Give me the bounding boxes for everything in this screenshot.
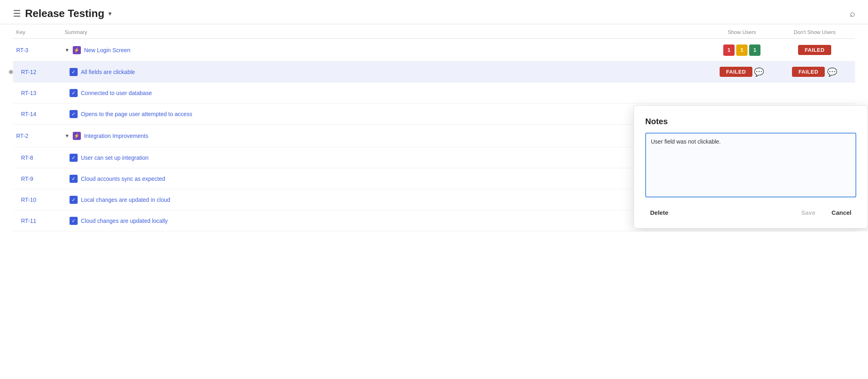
checkbox-icon: ✓ — [70, 154, 78, 162]
header-title: ☰ Release Testing ▾ — [13, 7, 112, 20]
row-summary-rt12: ✓ All fields are clickable — [61, 68, 710, 76]
checkbox-icon: ✓ — [70, 110, 78, 118]
checkbox-icon: ✓ — [70, 89, 78, 97]
summary-text[interactable]: New Login Screen — [84, 47, 130, 53]
expand-icon[interactable]: ▼ — [65, 47, 70, 53]
row-key-rt10[interactable]: RT-10 — [13, 197, 61, 203]
expand-icon[interactable]: ▼ — [65, 133, 70, 139]
page-title: Release Testing — [25, 7, 104, 20]
failed-button-rt3[interactable]: FAILED — [798, 45, 831, 55]
summary-text[interactable]: User can set up integration — [81, 155, 148, 161]
summary-text[interactable]: Cloud changes are updated locally — [81, 218, 168, 224]
checkbox-icon: ✓ — [70, 217, 78, 225]
table-row: RT-13 ✓ Connected to user database — [13, 83, 855, 104]
table-row: RT-12 ✓ All fields are clickable FAILED … — [13, 61, 855, 83]
dont-show-users-rt12: FAILED 💬 — [774, 67, 855, 77]
row-dot — [9, 70, 13, 74]
summary-text[interactable]: Local changes are updated in cloud — [81, 197, 170, 203]
row-summary-rt11: ✓ Cloud changes are updated locally — [61, 217, 710, 225]
row-key-rt2[interactable]: RT-2 — [13, 133, 61, 139]
col-key: Key — [13, 29, 61, 35]
story-icon: ⚡ — [73, 46, 81, 54]
dont-show-users-rt3: FAILED — [774, 45, 855, 55]
badge-passed[interactable]: 1 — [749, 44, 760, 56]
col-summary: Summary — [61, 29, 710, 35]
row-summary-rt9: ✓ Cloud accounts sync as expected — [61, 175, 710, 183]
show-users-badges-rt3: 1 1 1 — [710, 44, 774, 56]
row-key-rt14[interactable]: RT-14 — [13, 111, 61, 117]
search-icon[interactable]: ⌕ — [850, 8, 855, 19]
notes-title: Notes — [645, 117, 856, 126]
notes-actions-right: Save Cancel — [796, 207, 856, 218]
badge-warning[interactable]: 1 — [736, 44, 748, 56]
checkbox-icon: ✓ — [70, 175, 78, 183]
row-summary-rt14: ✓ Opens to the page user attempted to ac… — [61, 110, 710, 118]
row-summary-rt8: ✓ User can set up integration — [61, 154, 710, 162]
summary-text[interactable]: Integration Improvements — [84, 133, 148, 139]
summary-text[interactable]: Cloud accounts sync as expected — [81, 176, 165, 182]
checkbox-icon: ✓ — [70, 196, 78, 204]
summary-text[interactable]: All fields are clickable — [81, 69, 135, 75]
notes-textarea[interactable]: User field was not clickable. — [645, 133, 856, 197]
list-icon: ☰ — [13, 8, 21, 19]
column-headers: Key Summary Show Users Don't Show Users — [13, 24, 855, 39]
show-comment-icon-rt12[interactable]: 💬 — [754, 67, 764, 77]
col-show-users: Show Users — [710, 29, 774, 35]
row-summary-rt10: ✓ Local changes are updated in cloud — [61, 196, 710, 204]
notes-popup: Notes User field was not clickable. Dele… — [634, 105, 868, 229]
table-container: Key Summary Show Users Don't Show Users … — [0, 24, 868, 231]
show-users-rt12: FAILED 💬 — [710, 67, 774, 77]
row-key-rt3[interactable]: RT-3 — [13, 47, 61, 53]
save-button[interactable]: Save — [796, 207, 820, 218]
failed-dont-show-button-rt12[interactable]: FAILED — [792, 67, 825, 77]
row-summary-rt3: ▼ ⚡ New Login Screen — [61, 46, 710, 54]
dropdown-icon[interactable]: ▾ — [108, 10, 112, 17]
row-key-rt11[interactable]: RT-11 — [13, 218, 61, 224]
notes-actions: Delete Save Cancel — [645, 207, 856, 218]
header: ☰ Release Testing ▾ ⌕ — [0, 0, 868, 24]
row-key-rt12[interactable]: RT-12 — [13, 69, 61, 75]
row-key-rt13[interactable]: RT-13 — [13, 90, 61, 96]
table-row: RT-3 ▼ ⚡ New Login Screen 1 1 1 FAILED — [13, 39, 855, 61]
badge-failed[interactable]: 1 — [723, 44, 735, 56]
checkbox-icon: ✓ — [70, 68, 78, 76]
row-key-rt9[interactable]: RT-9 — [13, 176, 61, 182]
summary-text[interactable]: Connected to user database — [81, 90, 152, 96]
dont-show-comment-icon-rt12[interactable]: 💬 — [827, 67, 837, 77]
story-icon: ⚡ — [73, 132, 81, 140]
row-key-rt8[interactable]: RT-8 — [13, 155, 61, 161]
col-dont-show-users: Don't Show Users — [774, 29, 855, 35]
row-summary-rt2: ▼ ⚡ Integration Improvements — [61, 132, 710, 140]
failed-show-button-rt12[interactable]: FAILED — [720, 67, 752, 77]
delete-button[interactable]: Delete — [645, 207, 673, 218]
summary-text[interactable]: Opens to the page user attempted to acce… — [81, 111, 192, 117]
row-summary-rt13: ✓ Connected to user database — [61, 89, 710, 97]
cancel-button[interactable]: Cancel — [827, 207, 856, 218]
